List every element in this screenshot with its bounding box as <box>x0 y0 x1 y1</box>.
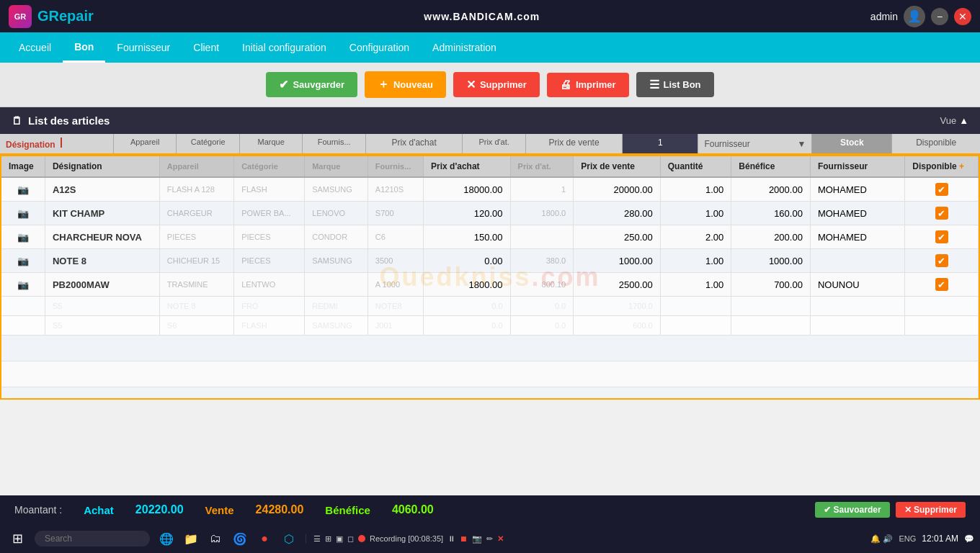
nav-bon[interactable]: Bon <box>63 32 105 63</box>
col-header-prix-cat: Prix d'at. <box>510 156 574 177</box>
td-fournis-bg: S700 <box>368 202 423 225</box>
td-prix-vente: 2500.00 <box>574 273 661 297</box>
td-fournisseur <box>810 249 904 273</box>
nav-configuration[interactable]: Configuration <box>338 32 421 63</box>
td-prix-achat: 18000.00 <box>424 177 511 202</box>
td-marque: CONDOR <box>305 225 368 249</box>
filter-quantite[interactable]: 1 <box>623 134 698 153</box>
taskbar-edge-icon[interactable]: 🌐 <box>156 528 177 549</box>
td-marque: SAMSUNG <box>305 177 368 202</box>
taskbar-files-icon[interactable]: 🗂 <box>205 528 226 549</box>
footer-delete-button[interactable]: ✕ Supprimer <box>896 502 966 518</box>
td-benefice: 200.00 <box>731 225 811 249</box>
td-disponible: ✔ <box>905 177 979 202</box>
content-area: 🗒 List des articles Vue ▲ Désignation Ap… <box>0 107 980 400</box>
td-fournis-bg: 3500 <box>368 249 423 273</box>
taskbar-app-icon[interactable]: ⬡ <box>278 528 300 549</box>
pause-button[interactable]: ⏸ <box>447 534 455 543</box>
td-image: 📷 <box>1 273 45 297</box>
start-button[interactable]: ⊞ <box>6 527 29 550</box>
new-button[interactable]: ＋ Nouveau <box>365 71 446 98</box>
nav-fournisseur[interactable]: Fournisseur <box>105 32 182 63</box>
delete-button[interactable]: ✕ Supprimer <box>453 72 540 97</box>
td-fournis-bg: A1210S <box>368 177 423 202</box>
disponible-checkbox[interactable]: ✔ <box>935 230 948 243</box>
td-prix-vente: 250.00 <box>574 225 661 249</box>
table-row[interactable]: 📷 KIT CHAMP CHARGEUR POWER BA... LENOVO … <box>1 202 979 225</box>
col-header-fournisseur: Fournisseur <box>810 156 904 177</box>
notification-icon[interactable]: 💬 <box>964 534 974 544</box>
rec-close-button[interactable]: ✕ <box>497 534 504 544</box>
td-fournisseur: MOHAMED <box>810 177 904 202</box>
td-appareil: TRASMINE <box>159 273 233 297</box>
system-icons: 🔔 🔊 <box>870 534 893 544</box>
close-button[interactable]: ✕ <box>954 8 971 25</box>
td-prix-cat <box>510 225 574 249</box>
footer-vente-value: 24280.00 <box>256 503 304 516</box>
save-button[interactable]: ✔ Sauvgarder <box>266 72 357 97</box>
td-benefice: 2000.00 <box>731 177 811 202</box>
taskbar-folder-icon[interactable]: 📁 <box>180 528 202 549</box>
filter-fournisseur[interactable]: Fournisseur ▼ <box>698 134 812 153</box>
taskbar-chrome-icon[interactable]: 🌀 <box>229 528 251 549</box>
td-categorie: PIECES <box>234 225 305 249</box>
recording-bar: ☰ ⊞ ▣ ◻ Recording [00:08:35] ⏸ ⏹ 📷 ✏ ✕ <box>306 534 511 544</box>
col-header-prix-achat: Prix d'achat <box>424 156 511 177</box>
td-fournisseur: NOUNOU <box>810 273 904 297</box>
td-prix-achat: 120.00 <box>424 202 511 225</box>
minimize-button[interactable]: − <box>931 8 948 25</box>
td-quantite: 1.00 <box>660 202 731 225</box>
td-benefice: 160.00 <box>731 202 811 225</box>
taskbar: ⊞ 🌐 📁 🗂 🌀 ● ⬡ ☰ ⊞ ▣ ◻ Recording [00:08:3… <box>0 524 980 553</box>
td-disponible: ✔ <box>905 273 979 297</box>
footer-label: Moantant : <box>14 504 62 516</box>
nav-accueil[interactable]: Accueil <box>7 32 63 63</box>
list-bon-button[interactable]: ☰ List Bon <box>636 72 714 97</box>
articles-table-container: Ouedkniss.com Image Désignation Appareil… <box>0 155 980 400</box>
table-row[interactable]: 📷 NOTE 8 CHICHEUR 15 PIECES SAMSUNG 3500… <box>1 249 979 273</box>
td-image: 📷 <box>1 225 45 249</box>
td-categorie: FLASH <box>234 177 305 202</box>
td-quantite: 2.00 <box>660 225 731 249</box>
td-disponible: ✔ <box>905 225 979 249</box>
td-appareil: CHICHEUR 15 <box>159 249 233 273</box>
table-wrapper[interactable]: Image Désignation Appareil Catégorie Mar… <box>0 155 980 400</box>
taskbar-search[interactable] <box>35 531 150 547</box>
td-prix-achat: 150.00 <box>424 225 511 249</box>
camera-button[interactable]: 📷 <box>472 534 482 544</box>
table-row[interactable]: 📷 A12S FLASH A 128 FLASH SAMSUNG A1210S … <box>1 177 979 202</box>
taskbar-red-icon[interactable]: ● <box>254 528 275 549</box>
td-prix-achat: 0.00 <box>424 249 511 273</box>
footer-achat-value: 20220.00 <box>135 503 184 516</box>
disponible-checkbox[interactable]: ✔ <box>935 207 948 220</box>
nav-initial-config[interactable]: Initial configuration <box>231 32 338 63</box>
td-prix-cat: 1 <box>510 177 574 202</box>
stop-button[interactable]: ⏹ <box>460 534 468 543</box>
filter-row: Désignation Appareil Catégorie Marque Fo… <box>0 134 980 155</box>
footer-actions: ✔ Sauvoarder ✕ Supprimer <box>815 502 966 518</box>
td-benefice: 1000.00 <box>731 249 811 273</box>
print-button[interactable]: 🖨 Imprimer <box>547 73 629 97</box>
articles-table: Image Désignation Appareil Catégorie Mar… <box>1 156 979 400</box>
col-header-quantite: Quantité <box>660 156 731 177</box>
footer-vente-label: Vente <box>205 504 234 516</box>
filter-prix-cat: Prix d'at. <box>463 134 525 153</box>
disponible-checkbox[interactable]: ✔ <box>935 254 948 267</box>
pen-button[interactable]: ✏ <box>486 534 493 544</box>
td-categorie: POWER BA... <box>234 202 305 225</box>
table-row[interactable]: 📷 CHARCHEUR NOVA PIECES PIECES CONDOR C6… <box>1 225 979 249</box>
nav-client[interactable]: Client <box>182 32 231 63</box>
disponible-checkbox[interactable]: ✔ <box>935 183 948 196</box>
disponible-checkbox[interactable]: ✔ <box>935 278 948 291</box>
print-icon: 🖨 <box>560 78 571 91</box>
td-fournis-bg: C6 <box>368 225 423 249</box>
td-appareil: FLASH A 128 <box>159 177 233 202</box>
nav-administration[interactable]: Administration <box>421 32 508 63</box>
filter-stock[interactable]: Stock <box>812 134 892 153</box>
footer-save-button[interactable]: ✔ Sauvoarder <box>815 502 889 518</box>
x-icon: ✕ <box>466 78 476 91</box>
titlebar-right: admin 👤 − ✕ <box>870 6 971 27</box>
table-row[interactable]: 📷 PB2000MAW TRASMINE LENTWO A 1000 1800.… <box>1 273 979 297</box>
filter-disponible: Disponible <box>892 134 980 153</box>
td-prix-achat: 1800.00 <box>424 273 511 297</box>
